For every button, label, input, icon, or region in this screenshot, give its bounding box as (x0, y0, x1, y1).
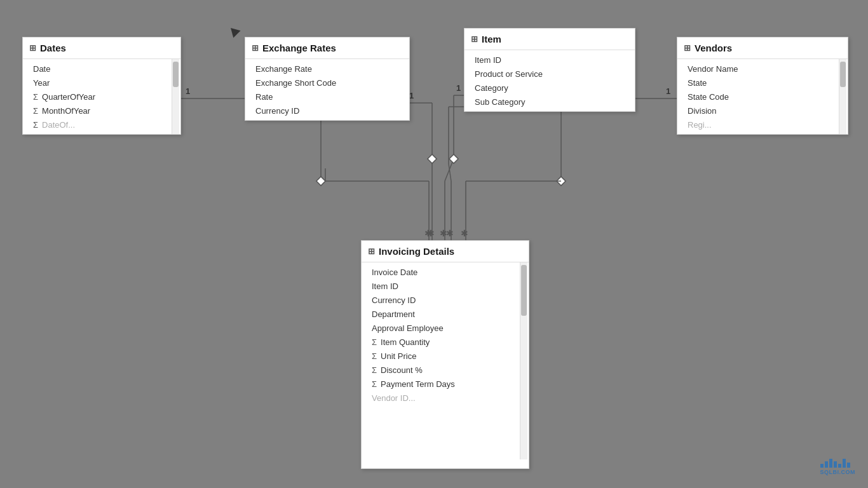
table-row: Σ Item Quantity (362, 335, 529, 349)
invoicing-details-table: ⊞ Invoicing Details Invoice Date Item ID… (361, 240, 529, 469)
field-monthofyear: MonthOfYear (42, 106, 90, 116)
table-row: Currency ID (362, 293, 529, 307)
vendors-table: ⊞ Vendors Vendor Name State State Code D… (677, 37, 848, 135)
field-state: State (688, 78, 707, 88)
field-department: Department (372, 309, 415, 319)
table-row: Vendor ID... (362, 391, 529, 405)
svg-text:1: 1 (666, 86, 670, 96)
table-row: Exchange Short Code (245, 76, 409, 90)
exchange-rates-table-header: ⊞ Exchange Rates (245, 37, 409, 59)
sigma-icon: Σ (33, 106, 38, 116)
field-dateofmonth: DateOf... (42, 120, 75, 130)
field-item-id: Item ID (372, 281, 398, 291)
field-payment-term-days: Payment Term Days (381, 379, 455, 389)
exchange-rates-table-body: Exchange Rate Exchange Short Code Rate C… (245, 59, 409, 120)
svg-text:1: 1 (186, 86, 190, 96)
svg-text:✱: ✱ (424, 228, 432, 238)
field-discount: Discount % (381, 365, 423, 375)
table-row: Item ID (362, 279, 529, 293)
svg-text:✱: ✱ (461, 228, 468, 238)
table-row: Sub Category (465, 95, 635, 109)
svg-rect-30 (557, 177, 566, 186)
sigma-icon: Σ (372, 351, 377, 361)
svg-line-17 (445, 159, 454, 181)
dates-table-title: Dates (40, 43, 66, 53)
bar4 (834, 461, 837, 468)
bar7 (847, 463, 850, 468)
vendors-table-header: ⊞ Vendors (677, 37, 848, 59)
scrollbar-thumb (173, 62, 179, 87)
vendors-table-body: Vendor Name State State Code Division Re… (677, 59, 848, 134)
sigma-icon: Σ (33, 92, 38, 102)
item-table: ⊞ Item Item ID Product or Service Catego… (464, 28, 635, 112)
table-grid-icon: ⊞ (29, 43, 36, 53)
table-row: Σ QuarterOfYear (23, 90, 180, 104)
field-exchange-short-code: Exchange Short Code (255, 78, 336, 88)
table-row: Date (23, 62, 180, 76)
table-row: Division (677, 104, 848, 118)
field-approval-employee: Approval Employee (372, 323, 444, 333)
exchange-rates-table: ⊞ Exchange Rates Exchange Rate Exchange … (245, 37, 410, 121)
table-row: Exchange Rate (245, 62, 409, 76)
watermark: SQLBI.COM (820, 459, 856, 475)
invoicing-details-table-title: Invoicing Details (379, 246, 454, 257)
sigma-icon: Σ (372, 365, 377, 375)
table-grid-icon: ⊞ (368, 247, 375, 256)
table-row: Approval Employee (362, 321, 529, 335)
field-division: Division (688, 106, 717, 116)
scrollbar[interactable] (839, 59, 846, 134)
field-rate: Rate (255, 92, 273, 102)
table-row: Rate (245, 90, 409, 104)
field-product-or-service: Product or Service (475, 69, 543, 79)
table-row: Category (465, 81, 635, 95)
item-table-body: Item ID Product or Service Category Sub … (465, 50, 635, 111)
invoicing-details-table-body: Invoice Date Item ID Currency ID Departm… (362, 262, 529, 459)
field-unit-price: Unit Price (381, 351, 416, 361)
scrollbar-thumb (521, 265, 527, 316)
table-row: Σ Payment Term Days (362, 377, 529, 391)
field-region: Regi... (688, 120, 712, 130)
table-row: Σ Unit Price (362, 349, 529, 363)
table-grid-icon: ⊞ (684, 43, 691, 53)
bar5 (838, 464, 841, 468)
field-item-quantity: Item Quantity (381, 337, 430, 347)
cursor-arrow (227, 24, 240, 37)
dates-table-header: ⊞ Dates (23, 37, 180, 59)
bar6 (843, 459, 846, 468)
scrollbar[interactable] (172, 59, 179, 134)
sigma-icon: Σ (372, 379, 377, 389)
table-row: Year (23, 76, 180, 90)
sigma-icon: Σ (372, 337, 377, 347)
dates-table-body: Date Year Σ QuarterOfYear Σ MonthOfYear … (23, 59, 180, 134)
table-row: Item ID (465, 53, 635, 67)
svg-rect-11 (428, 154, 437, 163)
field-currency-id: Currency ID (255, 106, 299, 116)
field-quarterofyear: QuarterOfYear (42, 92, 95, 102)
watermark-bars (820, 459, 856, 468)
field-vendor-name: Vendor Name (688, 64, 738, 74)
field-date: Date (33, 64, 50, 74)
svg-text:✱: ✱ (427, 228, 435, 238)
svg-text:✱: ✱ (446, 228, 454, 238)
item-table-header: ⊞ Item (465, 29, 635, 50)
table-grid-icon: ⊞ (471, 34, 478, 44)
sigma-icon: Σ (33, 120, 38, 130)
exchange-rates-table-title: Exchange Rates (262, 43, 336, 53)
table-row: Σ Discount % (362, 363, 529, 377)
bar1 (820, 464, 824, 468)
scrollbar[interactable] (520, 262, 527, 459)
svg-text:✱: ✱ (440, 228, 447, 238)
table-row: Product or Service (465, 67, 635, 81)
table-row: Invoice Date (362, 265, 529, 279)
dates-table: ⊞ Dates Date Year Σ QuarterOfYear Σ Mont… (22, 37, 181, 135)
watermark-text: SQLBI.COM (820, 469, 856, 475)
vendors-table-title: Vendors (695, 43, 732, 53)
table-grid-icon: ⊞ (252, 43, 259, 53)
table-row: Department (362, 307, 529, 321)
scrollbar-thumb (840, 62, 846, 87)
field-item-id: Item ID (475, 55, 501, 65)
table-row: Σ DateOf... (23, 118, 180, 132)
table-row: Σ MonthOfYear (23, 104, 180, 118)
field-invoice-date: Invoice Date (372, 268, 417, 277)
table-row: State (677, 76, 848, 90)
